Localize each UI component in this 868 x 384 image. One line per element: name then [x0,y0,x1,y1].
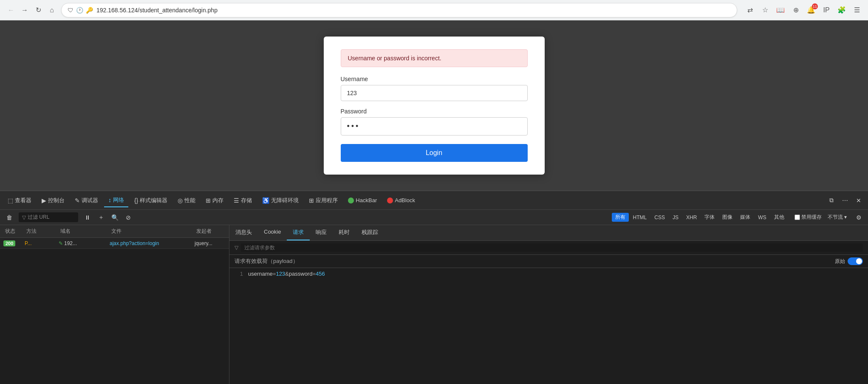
access-icon: ♿ [262,197,269,204]
reader-icon[interactable]: 📖 [775,4,786,16]
close-devtools-button[interactable]: ✕ [853,195,865,206]
filter-input-wrap: ▽ 过滤 URL [19,212,78,222]
filter-html[interactable]: HTML [630,213,650,222]
domain-icon: ✎ [59,240,63,246]
style-label: 样式编辑器 [140,197,167,204]
no-stream-button[interactable]: 不节流 ▾ [824,213,850,222]
settings-button[interactable]: ⚙ [853,212,865,223]
page-content: Username or password is incorrect. Usern… [0,20,868,190]
access-label: 无障碍环境 [271,197,299,204]
filter-font[interactable]: 字体 [701,213,718,222]
password-input[interactable] [341,117,528,136]
col-initiator: 发起者 [195,227,229,236]
dt-tab-accessibility[interactable]: ♿ 无障碍环境 [258,194,303,207]
tab-timing[interactable]: 耗时 [333,225,356,240]
translate-icon[interactable]: ⇄ [744,4,756,16]
payload-amp: & [285,271,289,277]
tab-stacktrace[interactable]: 栈跟踪 [356,225,384,240]
style-icon: {} [134,197,138,204]
col-domain: 域名 [59,227,110,236]
ip-icon[interactable]: IP [820,4,832,16]
col-status: 状态 [3,227,25,236]
domain-cell: ✎192... [59,240,110,246]
notification-badge: 11 [812,3,818,9]
error-message: Username or password is incorrect. [348,55,441,62]
back-button[interactable]: ← [5,4,17,16]
error-banner: Username or password is incorrect. [341,49,528,67]
filter-js[interactable]: JS [669,213,682,222]
filter-xhr[interactable]: XHR [683,213,700,222]
filter-css[interactable]: CSS [651,213,668,222]
network-table-header: 状态 方法 域名 文件 发起者 类型 传输 大小 [0,225,229,238]
add-button[interactable]: ＋ [95,212,107,223]
pause-button[interactable]: ⏸ [82,212,93,223]
debugger-icon: ✎ [75,197,80,204]
filter-params-input[interactable] [241,243,863,252]
detach-button[interactable]: ⧉ [826,195,837,206]
inspector-label: 查看器 [15,197,31,204]
dt-tab-debugger[interactable]: ✎ 调试器 [71,194,102,207]
dt-tab-apps[interactable]: ⊞ 应用程序 [305,194,342,207]
inspector-icon: ⬚ [8,197,13,204]
password-label: Password [341,108,528,115]
dt-right-controls: 禁用缓存 不节流 ▾ ⚙ [794,212,865,223]
dt-tab-storage[interactable]: ☰ 存储 [229,194,256,207]
login-button[interactable]: Login [341,144,528,162]
table-row[interactable]: 200 P... ✎192... ajax.php?action=login j… [0,238,229,249]
dt-tab-adblock[interactable]: AdBlock [383,195,419,206]
no-cache-checkbox-label[interactable]: 禁用缓存 [794,214,822,221]
filter-params-bar: ▽ [229,241,868,255]
devtools-toolbar: ⬚ 查看器 ▶ 控制台 ✎ 调试器 ↕ 网络 {} 样式编辑器 ◎ 性能 ⊞ 内… [0,191,868,210]
search-button[interactable]: 🔍 [109,212,121,223]
forward-button[interactable]: → [19,4,31,16]
address-bar[interactable]: 🛡 🕐 🔑 192.168.56.124/student_attendance/… [61,3,737,17]
dt-tab-inspector[interactable]: ⬚ 查看器 [3,194,36,207]
no-cache-label: 禁用缓存 [801,214,822,221]
dt-tab-style[interactable]: {} 样式编辑器 [130,194,172,207]
notification-icon[interactable]: 🔔 11 [805,4,817,16]
login-card: Username or password is incorrect. Usern… [324,37,545,175]
filter-media[interactable]: 媒体 [737,213,754,222]
memory-icon: ⊞ [206,197,211,204]
payload-value: username=123&password=456 [248,271,325,277]
tab-request[interactable]: 请求 [287,225,310,240]
filter-other[interactable]: 其他 [771,213,788,222]
filter-ws[interactable]: WS [755,213,769,222]
adblock-icon [387,198,393,203]
key-icon: 🔑 [86,7,93,14]
refresh-button[interactable]: ↻ [32,4,44,16]
bookmark-icon[interactable]: ☆ [759,4,771,16]
block-button[interactable]: ⊘ [122,212,134,223]
dt-tab-performance[interactable]: ◎ 性能 [173,194,200,207]
more-button[interactable]: ⋯ [839,195,851,206]
dt-tab-network[interactable]: ↕ 网络 [104,194,128,207]
dt-tab-console[interactable]: ▶ 控制台 [37,194,69,207]
raw-toggle: 原始 [835,257,863,265]
col-method: 方法 [25,227,59,236]
filter-image[interactable]: 图像 [719,213,736,222]
tab-message-header[interactable]: 消息头 [229,225,258,240]
perf-icon: ◎ [178,197,183,204]
payload-key2: password [289,271,313,277]
dt-tab-memory[interactable]: ⊞ 内存 [201,194,228,207]
clear-button[interactable]: 🗑 [3,212,15,223]
username-input[interactable] [341,85,528,101]
console-label: 控制台 [48,197,65,204]
filter-all[interactable]: 所有 [612,213,629,222]
dt-tab-hackbar[interactable]: HackBar [344,195,381,206]
puzzle-icon[interactable]: 🧩 [836,4,848,16]
perf-label: 性能 [184,197,195,204]
tab-response[interactable]: 响应 [310,225,333,240]
filter-type-buttons: 所有 HTML CSS JS XHR 字体 图像 媒体 WS 其他 [612,213,788,222]
username-label: Username [341,76,528,82]
debugger-label: 调试器 [82,197,98,204]
file-cell[interactable]: ajax.php?action=login [110,240,195,246]
apps-label: 应用程序 [316,197,338,204]
tab-cookie[interactable]: Cookie [258,225,287,240]
extension-icon[interactable]: ⊕ [790,4,802,16]
menu-icon[interactable]: ☰ [851,4,863,16]
storage-label: 存储 [241,197,252,204]
raw-toggle-switch[interactable] [848,257,863,265]
home-button[interactable]: ⌂ [46,4,58,16]
no-cache-checkbox[interactable] [794,215,800,220]
